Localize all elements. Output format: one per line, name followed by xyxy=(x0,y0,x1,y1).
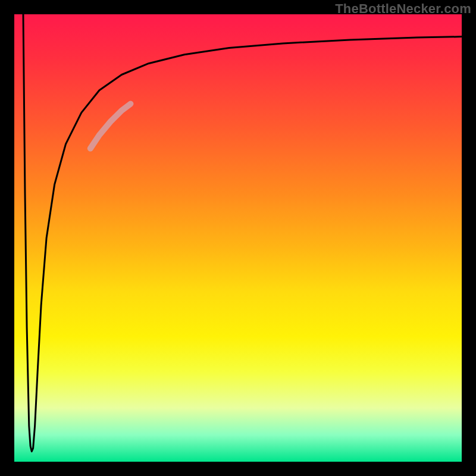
watermark-text: TheBottleNecker.com xyxy=(335,1,471,17)
chart-frame: TheBottleNecker.com xyxy=(0,0,476,476)
curve-layer xyxy=(14,14,462,462)
curve-path xyxy=(23,14,462,452)
series-curve xyxy=(23,14,462,452)
highlight-path xyxy=(90,104,131,148)
series-highlight xyxy=(90,104,131,148)
